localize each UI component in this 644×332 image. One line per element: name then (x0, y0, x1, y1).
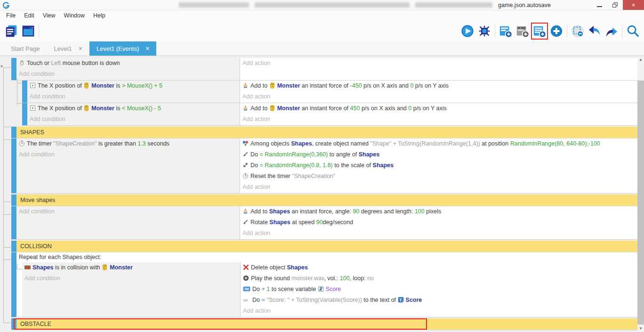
close-button[interactable]: × (623, 0, 644, 10)
event-selection-bar[interactable] (11, 252, 16, 317)
add-condition-button[interactable]: Add condition (16, 69, 240, 79)
condition-line[interactable]: The X position of Monster is > MouseX() … (27, 81, 240, 92)
hand-icon (242, 208, 249, 218)
tab-bar: Start PageLevel1×Level1 (Events)× (0, 41, 644, 56)
text-segment: , create object named (312, 140, 370, 147)
tree-line (3, 202, 11, 202)
event-row: The timer "ShapeCreation" is greater tha… (11, 138, 637, 194)
restore-button[interactable] (607, 0, 623, 10)
group-row-move-shapes[interactable]: Move shapes (11, 194, 637, 206)
condition-line[interactable]: The X position of Monster is < MouseX() … (27, 104, 240, 114)
add-action-button[interactable]: Add action (240, 182, 637, 192)
menu-help[interactable]: Help (89, 10, 110, 21)
add-condition-button[interactable]: Add condition (27, 114, 240, 124)
group-row-collision[interactable]: COLLISION (11, 241, 637, 252)
search-icon[interactable] (624, 23, 641, 40)
action-line[interactable]: Delete object Shapes (241, 263, 637, 274)
group-row-shapes[interactable]: SHAPES (11, 127, 637, 138)
action-line[interactable]: Do = RandomInRange(0.8, 1.6) to the scal… (240, 161, 637, 171)
conditions-cell[interactable]: The timer "ShapeCreation" is greater tha… (16, 138, 240, 193)
add-action-button[interactable]: Add action (240, 58, 637, 68)
add-action-button[interactable]: Add action (240, 92, 637, 102)
add-comment-icon[interactable] (531, 23, 548, 40)
redo-icon[interactable] (603, 23, 620, 40)
event-selection-bar[interactable] (11, 318, 16, 330)
add-event-icon[interactable] (497, 23, 514, 40)
add-action-button[interactable]: Add action (240, 114, 637, 124)
text-segment: to the scale of (333, 162, 373, 169)
conditions-cell[interactable]: Touch or Left mouse button is downAdd co… (16, 58, 240, 80)
action-line[interactable]: Add to Monster an instant force of -450 … (240, 81, 637, 92)
event-selection-bar[interactable] (11, 138, 16, 193)
add-action-button[interactable]: Add action (240, 228, 637, 238)
text-segment: , loop: (350, 275, 368, 282)
event-selection-bar[interactable] (11, 58, 16, 80)
actions-cell[interactable]: Add to Monster an instant force of 450 p… (240, 103, 637, 125)
conditions-cell[interactable]: The X position of Monster is < MouseX() … (27, 103, 240, 125)
minimize-button[interactable] (592, 0, 607, 10)
menu-edit[interactable]: Edit (20, 10, 39, 21)
tab-close-icon[interactable]: × (79, 45, 82, 52)
action-line[interactable]: Add to Shapes an instant force, angle: 9… (240, 207, 637, 218)
add-subevent-icon[interactable] (514, 23, 531, 40)
action-line[interactable]: Play the sound monster.wav, vol.: 100, l… (241, 274, 637, 284)
tab-level1[interactable]: Level1× (47, 41, 89, 56)
play-icon[interactable] (459, 23, 476, 40)
actions-cell[interactable]: Add to Shapes an instant force, angle: 9… (240, 206, 637, 239)
start-page-icon[interactable] (20, 23, 37, 40)
add-action-button[interactable]: Add action (241, 306, 637, 316)
collapse-arrow-icon[interactable]: ▾ (0, 64, 3, 69)
tab-start-page[interactable]: Start Page (4, 41, 47, 56)
conditions-cell[interactable]: Add condition (16, 206, 240, 239)
condition-line[interactable]: Shapes is in collision with Monster (22, 263, 240, 274)
condition-line[interactable]: Touch or Left mouse button is down (16, 58, 240, 69)
text-segment: p/s on X axis and (362, 82, 411, 89)
add-condition-button[interactable]: Add condition (27, 92, 240, 102)
debug-icon[interactable] (476, 23, 493, 40)
actions-cell[interactable]: Delete object ShapesPlay the sound monst… (241, 262, 637, 317)
timer-icon (242, 172, 249, 182)
event-selection-bar[interactable] (11, 194, 16, 206)
action-line[interactable]: Add to Monster an instant force of 450 p… (240, 104, 637, 114)
action-line[interactable]: Rotate Shapes at speed 90deg/second (240, 218, 637, 228)
project-manager-icon[interactable] (3, 23, 20, 40)
toggle-disable-icon[interactable] (569, 23, 586, 40)
action-line[interactable]: txtDo = "Score: " + ToString(Variable(Sc… (241, 295, 637, 306)
group-row-obstacle[interactable]: OBSTACLE (11, 318, 637, 330)
menu-file[interactable]: File (2, 10, 20, 21)
hand-icon (242, 105, 249, 114)
toolbar-separator (39, 24, 39, 38)
text-segment: The X position of (38, 105, 83, 112)
add-condition-button[interactable]: Add condition (16, 150, 240, 160)
event-selection-bar[interactable] (11, 241, 16, 252)
condition-line[interactable]: The timer "ShapeCreation" is greater tha… (16, 139, 240, 150)
action-line[interactable]: Among objects Shapes, create object name… (240, 139, 637, 150)
vertical-scrollbar[interactable]: ▲ ▼ (637, 56, 644, 332)
event-selection-bar[interactable] (22, 81, 27, 103)
event-selection-bar[interactable] (22, 103, 27, 125)
var-icon: Var (243, 285, 250, 295)
conditions-cell[interactable]: The X position of Monster is > MouseX() … (27, 81, 240, 103)
tab-close-icon[interactable]: × (145, 45, 149, 52)
actions-cell[interactable]: Among objects Shapes, create object name… (240, 138, 637, 193)
event-selection-bar[interactable] (11, 206, 16, 239)
action-line[interactable]: Reset the timer "ShapeCreation" (240, 171, 637, 182)
actions-cell[interactable]: Add to Monster an instant force of -450 … (240, 81, 637, 103)
actions-cell[interactable]: Add action (240, 58, 637, 80)
add-object-icon[interactable] (548, 23, 565, 40)
tab-level1-events-[interactable]: Level1 (Events)× (89, 41, 157, 56)
conditions-cell[interactable]: Shapes is in collision with MonsterAdd c… (22, 262, 241, 317)
menu-window[interactable]: Window (60, 10, 89, 21)
action-line[interactable]: Do = RandomInRange(0,360) to angle of Sh… (240, 150, 637, 161)
scroll-down-arrow[interactable]: ▼ (637, 325, 644, 332)
action-line[interactable]: VarDo + 1 to scene variable Score (241, 284, 637, 295)
event-selection-bar[interactable] (11, 127, 16, 138)
add-condition-button[interactable]: Add condition (16, 207, 240, 217)
text-segment: Add to (250, 208, 269, 215)
scroll-up-arrow[interactable]: ▲ (637, 56, 644, 63)
add-condition-button[interactable]: Add condition (22, 274, 240, 283)
undo-icon[interactable] (586, 23, 603, 40)
scrollbar-thumb[interactable] (637, 81, 644, 324)
menu-view[interactable]: View (39, 10, 60, 21)
foreach-header[interactable]: Repeat for each Shapes object: (16, 252, 637, 262)
